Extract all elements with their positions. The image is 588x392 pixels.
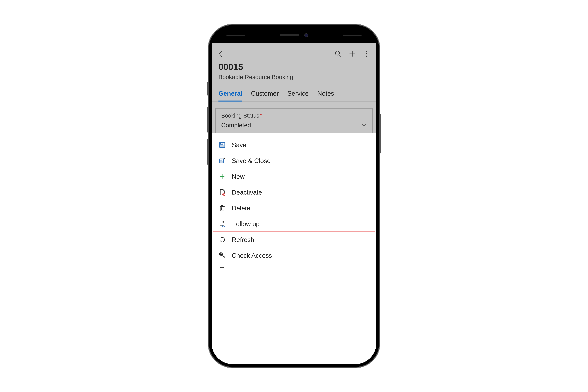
menu-refresh[interactable]: Refresh xyxy=(212,232,376,248)
phone-frame: 00015 Bookable Resource Booking General … xyxy=(209,25,379,367)
save-close-icon xyxy=(218,157,226,164)
volume-up-button xyxy=(207,106,208,132)
menu-item-cutoff[interactable] xyxy=(212,263,376,268)
record-header: 00015 Bookable Resource Booking xyxy=(212,62,376,84)
tab-customer[interactable]: Customer xyxy=(251,90,279,102)
menu-label: Refresh xyxy=(232,236,254,243)
power-button xyxy=(380,114,381,154)
svg-point-0 xyxy=(335,51,340,55)
menu-label: Save xyxy=(232,141,246,149)
add-button[interactable] xyxy=(349,50,356,58)
front-camera xyxy=(304,33,308,37)
dimmed-background: 00015 Bookable Resource Booking General … xyxy=(212,43,376,133)
plus-icon xyxy=(349,50,356,57)
notch-area xyxy=(212,28,376,43)
more-vertical-icon xyxy=(365,50,368,57)
tab-service[interactable]: Service xyxy=(287,90,309,102)
menu-follow-up[interactable]: Follow up xyxy=(213,216,375,232)
save-icon xyxy=(218,141,226,149)
tab-notes[interactable]: Notes xyxy=(317,90,334,102)
field-value: Completed xyxy=(221,122,251,129)
tabs: General Customer Service Notes xyxy=(212,84,376,102)
menu-label: Delete xyxy=(232,204,250,212)
menu-label: New xyxy=(232,173,245,180)
menu-label: Follow up xyxy=(232,220,260,228)
svg-rect-11 xyxy=(220,159,222,160)
svg-point-5 xyxy=(366,53,367,54)
phone-bezel: 00015 Bookable Resource Booking General … xyxy=(212,28,376,364)
deactivate-icon xyxy=(218,188,226,196)
menu-save-close[interactable]: Save & Close xyxy=(212,153,376,168)
refresh-icon xyxy=(218,236,226,243)
action-menu: Save Save & Close New xyxy=(212,133,376,268)
field-label: Booking Status* xyxy=(221,112,367,119)
record-subtitle: Bookable Resource Booking xyxy=(218,74,370,80)
menu-new[interactable]: New xyxy=(212,168,376,184)
new-icon xyxy=(218,173,226,180)
menu-label: Deactivate xyxy=(232,188,262,196)
document-icon xyxy=(218,264,226,268)
search-button[interactable] xyxy=(334,50,342,58)
svg-rect-8 xyxy=(220,142,223,144)
chevron-left-icon xyxy=(219,50,223,57)
menu-check-access[interactable]: Check Access xyxy=(212,248,376,263)
topbar xyxy=(212,48,376,62)
screen: 00015 Bookable Resource Booking General … xyxy=(212,43,376,364)
svg-point-23 xyxy=(220,254,221,255)
menu-save[interactable]: Save xyxy=(212,137,376,153)
menu-label: Save & Close xyxy=(232,157,271,164)
speaker-grille xyxy=(280,34,299,36)
svg-point-4 xyxy=(366,51,367,52)
menu-label: Check Access xyxy=(232,252,272,259)
volume-down-button xyxy=(207,139,208,164)
svg-line-1 xyxy=(339,55,341,56)
record-title: 00015 xyxy=(218,62,370,72)
chevron-down-icon xyxy=(361,123,367,127)
menu-delete[interactable]: Delete xyxy=(212,200,376,216)
more-button[interactable] xyxy=(363,50,370,58)
follow-up-icon xyxy=(219,220,226,228)
menu-deactivate[interactable]: Deactivate xyxy=(212,184,376,200)
search-icon xyxy=(335,50,342,57)
svg-point-22 xyxy=(219,252,222,256)
mute-switch xyxy=(207,82,208,96)
booking-status-field[interactable]: Booking Status* Completed xyxy=(215,108,373,133)
tab-general[interactable]: General xyxy=(218,90,242,102)
check-access-icon xyxy=(218,252,226,259)
svg-rect-9 xyxy=(220,145,224,148)
svg-rect-12 xyxy=(220,161,222,163)
back-button[interactable] xyxy=(217,50,225,58)
delete-icon xyxy=(218,204,226,212)
svg-point-6 xyxy=(366,56,367,56)
